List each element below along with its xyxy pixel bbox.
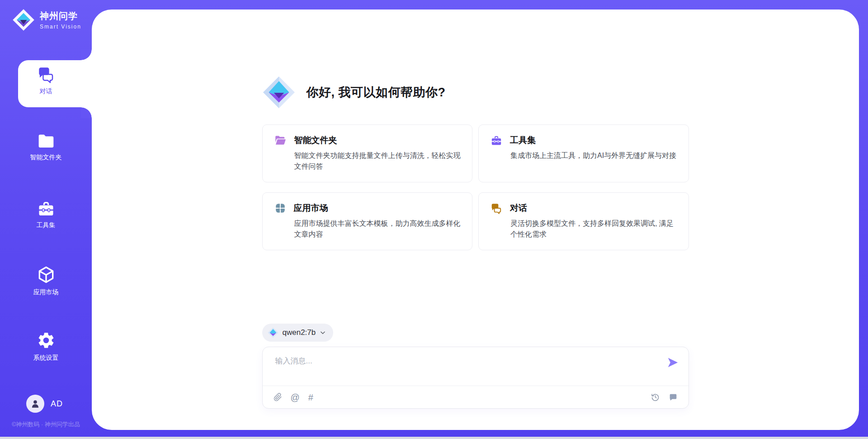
- main-content: 你好, 我可以如何帮助你? 智能文件夹 智能文件夹功能支持批量文件上传与清洗，轻…: [92, 10, 859, 430]
- sidebar-item-app-market[interactable]: 应用市场: [0, 265, 92, 296]
- brand-name: 神州问学: [40, 10, 81, 22]
- mention-button[interactable]: @: [291, 393, 300, 402]
- user-profile[interactable]: AD: [26, 395, 63, 413]
- sidebar: 神州问学 Smart Vision 对话 智能文件夹: [0, 0, 92, 439]
- attach-file-button[interactable]: [274, 392, 282, 402]
- history-button[interactable]: [651, 392, 660, 402]
- folder-icon: [37, 133, 55, 149]
- paperclip-icon: [274, 392, 282, 402]
- sidebar-item-label: 应用市场: [33, 288, 59, 296]
- message-composer: @ #: [262, 347, 689, 409]
- card-toolset[interactable]: 工具集 集成市场上主流工具，助力AI与外界无缝扩展与对接: [478, 124, 689, 182]
- greeting-text: 你好, 我可以如何帮助你?: [307, 84, 446, 100]
- sidebar-item-label: 对话: [40, 87, 52, 95]
- window-bottom-edge: [0, 437, 868, 439]
- folder-open-icon: [274, 135, 287, 146]
- sidebar-item-label: 工具集: [37, 221, 56, 229]
- gear-icon: [37, 331, 56, 350]
- card-description: 集成市场上主流工具，助力AI与外界无缝扩展与对接: [510, 150, 679, 161]
- sidebar-item-label: 智能文件夹: [30, 153, 62, 162]
- card-title: 对话: [510, 202, 527, 214]
- greeting-section: 你好, 我可以如何帮助你?: [262, 10, 689, 109]
- composer-toolbar: @ #: [263, 386, 689, 408]
- sidebar-item-smart-folder[interactable]: 智能文件夹: [0, 133, 92, 162]
- card-description: 灵活切换多模型文件，支持多样回复效果调试, 满足个性化需求: [510, 218, 679, 240]
- feature-cards: 智能文件夹 智能文件夹功能支持批量文件上传与清洗，轻松实现文件问答 工具: [262, 124, 689, 250]
- chevron-down-icon: [320, 329, 326, 336]
- brand-subtitle: Smart Vision: [40, 24, 81, 30]
- cube-icon: [37, 265, 56, 284]
- grid-cube-icon: [274, 202, 286, 214]
- card-description: 应用市场提供丰富长文本模板，助力高效生成多样化文章内容: [294, 218, 463, 240]
- send-button[interactable]: [666, 356, 679, 370]
- assistant-logo-icon: [262, 76, 296, 109]
- brand: 神州问学 Smart Vision: [12, 8, 81, 32]
- model-selector[interactable]: qwen2:7b: [262, 324, 334, 342]
- app-window: 神州问学 Smart Vision 对话 智能文件夹: [0, 0, 868, 439]
- avatar: [26, 395, 44, 413]
- chat-bubbles-icon: [491, 203, 502, 214]
- sidebar-item-label: 系统设置: [33, 354, 59, 362]
- topic-button[interactable]: #: [308, 393, 313, 402]
- sidebar-item-settings[interactable]: 系统设置: [0, 331, 92, 362]
- card-smart-folder[interactable]: 智能文件夹 智能文件夹功能支持批量文件上传与清洗，轻松实现文件问答: [262, 124, 473, 182]
- sidebar-item-toolset[interactable]: 工具集: [0, 200, 92, 229]
- model-name: qwen2:7b: [283, 328, 316, 337]
- model-logo-icon: [268, 327, 278, 338]
- chat-bubbles-icon: [37, 66, 55, 83]
- new-chat-button[interactable]: [669, 393, 678, 402]
- chat-bubble-icon: [669, 393, 678, 402]
- toolbox-icon: [491, 135, 502, 146]
- person-icon: [29, 398, 41, 410]
- copyright-footer: ©神州数码 · 神州问学出品: [0, 420, 92, 429]
- card-title: 应用市场: [294, 202, 328, 214]
- send-icon: [666, 356, 679, 369]
- sidebar-item-chat[interactable]: 对话: [0, 66, 92, 95]
- toolbox-icon: [37, 200, 55, 217]
- message-input[interactable]: [263, 347, 689, 386]
- card-description: 智能文件夹功能支持批量文件上传与清洗，轻松实现文件问答: [294, 150, 463, 172]
- brand-logo-icon: [12, 8, 35, 32]
- card-title: 智能文件夹: [294, 134, 337, 146]
- history-icon: [651, 392, 660, 402]
- user-initials: AD: [51, 399, 63, 409]
- card-chat[interactable]: 对话 灵活切换多模型文件，支持多样回复效果调试, 满足个性化需求: [478, 192, 689, 250]
- card-app-market[interactable]: 应用市场 应用市场提供丰富长文本模板，助力高效生成多样化文章内容: [262, 192, 473, 250]
- card-title: 工具集: [510, 134, 536, 146]
